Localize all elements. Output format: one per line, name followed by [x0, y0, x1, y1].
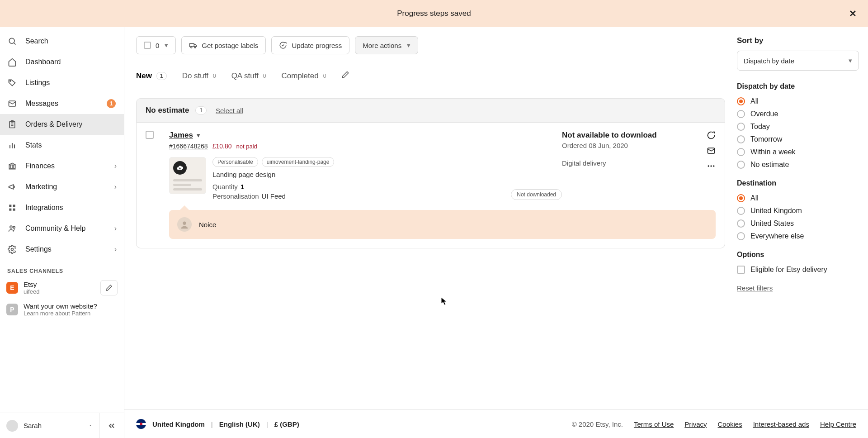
- search-icon: [7, 36, 17, 46]
- channel-pattern[interactable]: P Want your own website? Learn more abou…: [0, 299, 124, 320]
- qty-value: 1: [241, 183, 244, 190]
- filter-dispatch-label: Dispatch by date: [737, 82, 859, 90]
- sidebar-item-messages[interactable]: Messages 1: [0, 93, 124, 114]
- footer-link-privacy[interactable]: Privacy: [684, 420, 707, 428]
- megaphone-icon: [7, 182, 17, 192]
- select-all-link[interactable]: Select all: [216, 107, 243, 114]
- user-menu[interactable]: Sarah: [0, 413, 99, 438]
- sidebar-item-search[interactable]: Search: [0, 31, 124, 52]
- svg-point-28: [710, 165, 712, 167]
- footer-country[interactable]: United Kingdom: [152, 420, 205, 428]
- postage-labels-button[interactable]: Get postage labels: [181, 36, 266, 54]
- sidebar-item-community[interactable]: Community & Help ›: [0, 218, 124, 239]
- group-header: No estimate 1 Select all: [136, 98, 725, 123]
- sidebar-item-orders[interactable]: Orders & Delivery: [0, 114, 124, 135]
- radio-noestimate[interactable]: No estimate: [737, 158, 859, 171]
- paid-status: not paid: [236, 143, 257, 150]
- edit-tabs-button[interactable]: [341, 71, 349, 84]
- people-icon: [7, 224, 17, 233]
- sidebar-item-integrations[interactable]: Integrations: [0, 197, 124, 218]
- svg-rect-19: [13, 209, 15, 211]
- radio-label: Everywhere else: [750, 232, 804, 240]
- radio-icon: [737, 194, 745, 202]
- radio-dest-uk[interactable]: United Kingdom: [737, 205, 859, 217]
- chevron-down-icon[interactable]: ▾: [197, 131, 200, 139]
- close-icon[interactable]: ✕: [849, 8, 857, 19]
- radio-dest-us[interactable]: United States: [737, 217, 859, 230]
- sidebar-item-label: Dashboard: [25, 58, 61, 66]
- svg-point-25: [194, 47, 196, 48]
- tag-icon: [7, 78, 17, 88]
- tab-label: Completed: [281, 71, 318, 81]
- button-label: More actions: [363, 42, 401, 49]
- message-icon[interactable]: [707, 146, 716, 155]
- select-count-dropdown[interactable]: 0 ▾: [136, 36, 176, 54]
- radio-dest-all[interactable]: All: [737, 192, 859, 205]
- more-actions-button[interactable]: More actions ▾: [355, 36, 418, 54]
- more-icon[interactable]: [707, 162, 716, 171]
- sidebar-item-stats[interactable]: Stats: [0, 135, 124, 156]
- edit-channel-button[interactable]: [100, 280, 118, 295]
- tab-new[interactable]: New 1: [136, 67, 167, 88]
- radio-all[interactable]: All: [737, 95, 859, 108]
- home-icon: [7, 57, 17, 67]
- radio-label: Within a week: [750, 148, 796, 156]
- product-title: Landing page design: [212, 171, 505, 178]
- refresh-icon[interactable]: [707, 131, 716, 140]
- radio-label: No estimate: [750, 161, 789, 169]
- footer-link-cookies[interactable]: Cookies: [718, 420, 742, 428]
- tab-count: 0: [213, 73, 216, 79]
- buyer-note: Noice: [169, 210, 716, 239]
- note-text: Noice: [199, 221, 216, 229]
- ordered-date: Ordered 08 Jun, 2020: [562, 142, 698, 149]
- footer-link-terms[interactable]: Terms of Use: [634, 420, 674, 428]
- radio-overdue[interactable]: Overdue: [737, 108, 859, 120]
- filter-options-label: Options: [737, 251, 859, 259]
- product-thumbnail[interactable]: [169, 157, 206, 194]
- bank-icon: [7, 161, 17, 171]
- download-pill: Not downloaded: [511, 189, 562, 200]
- checkbox-icon: [144, 42, 151, 49]
- avatar: [177, 217, 192, 232]
- sidebar-item-marketing[interactable]: Marketing ›: [0, 176, 124, 197]
- radio-dest-else[interactable]: Everywhere else: [737, 230, 859, 243]
- channel-title: Etsy: [24, 281, 39, 288]
- pencil-icon: [105, 284, 113, 291]
- checkbox-icon: [737, 266, 745, 274]
- footer-link-ads[interactable]: Interest-based ads: [753, 420, 809, 428]
- sort-select[interactable]: Dispatch by date ▾: [737, 51, 859, 71]
- uk-flag-icon: [136, 419, 146, 429]
- radio-today[interactable]: Today: [737, 120, 859, 133]
- tab-completed[interactable]: Completed 0: [281, 67, 326, 88]
- pencil-icon: [341, 71, 349, 79]
- tab-dostuff[interactable]: Do stuff 0: [182, 67, 216, 88]
- order-checkbox[interactable]: [146, 131, 154, 139]
- radio-label: United Kingdom: [750, 207, 802, 215]
- order-price: £10.80: [212, 143, 232, 150]
- footer-language[interactable]: English (UK): [219, 420, 260, 428]
- sidebar-item-listings[interactable]: Listings: [0, 72, 124, 93]
- channel-etsy[interactable]: E Etsy uifeed: [0, 277, 124, 299]
- sidebar-item-finances[interactable]: Finances ›: [0, 156, 124, 176]
- group-title: No estimate: [146, 106, 189, 115]
- radio-icon: [737, 219, 745, 228]
- collapse-sidebar-button[interactable]: [99, 413, 124, 438]
- footer-currency[interactable]: £ (GBP): [274, 420, 299, 428]
- order-id-link[interactable]: #1666748268: [169, 143, 208, 150]
- svg-point-0: [9, 38, 14, 43]
- channel-icon: P: [6, 304, 18, 315]
- sidebar-item-label: Listings: [25, 79, 50, 87]
- tab-qastuff[interactable]: QA stuff 0: [231, 67, 266, 88]
- buyer-name-link[interactable]: James: [169, 131, 193, 140]
- tab-count: 0: [323, 73, 326, 79]
- radio-week[interactable]: Within a week: [737, 146, 859, 158]
- chevron-right-icon: ›: [114, 183, 117, 191]
- checkbox-eligible[interactable]: Eligible for Etsy delivery: [737, 263, 859, 276]
- radio-tomorrow[interactable]: Tomorrow: [737, 133, 859, 146]
- update-progress-button[interactable]: Update progress: [271, 36, 349, 54]
- reset-filters-link[interactable]: Reset filters: [737, 284, 773, 292]
- sidebar-item-dashboard[interactable]: Dashboard: [0, 52, 124, 72]
- radio-label: Today: [750, 123, 770, 131]
- sidebar-item-settings[interactable]: Settings ›: [0, 239, 124, 260]
- footer-link-help[interactable]: Help Centre: [820, 420, 856, 428]
